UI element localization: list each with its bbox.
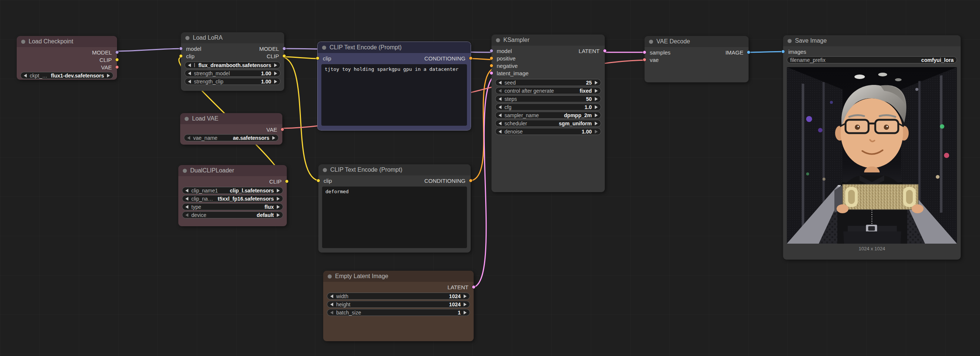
increment-arrow-icon[interactable] — [274, 80, 277, 84]
clip-output-port[interactable] — [115, 58, 119, 62]
increment-arrow-icon[interactable] — [464, 311, 466, 315]
collapse-dot-icon[interactable] — [322, 46, 326, 50]
decrement-arrow-icon[interactable] — [498, 114, 501, 117]
increment-arrow-icon[interactable] — [277, 189, 280, 193]
collapse-dot-icon[interactable] — [185, 117, 189, 121]
node-ksampler[interactable]: KSampler model LATENT positive negative … — [492, 35, 605, 192]
decrement-arrow-icon[interactable] — [330, 311, 333, 315]
image-output-port[interactable] — [747, 51, 751, 54]
decrement-arrow-icon[interactable] — [330, 294, 333, 298]
decrement-arrow-icon[interactable] — [185, 189, 188, 193]
node-vae-decode[interactable]: VAE Decode samples IMAGE vae — [644, 36, 749, 82]
decrement-arrow-icon[interactable] — [185, 205, 188, 209]
increment-arrow-icon[interactable] — [464, 302, 466, 306]
decrement-arrow-icon[interactable] — [498, 97, 501, 101]
decrement-arrow-icon[interactable] — [498, 130, 501, 133]
type-widget[interactable]: type flux — [182, 203, 283, 210]
node-empty-latent-image[interactable]: Empty Latent Image LATENT width 1024 hei… — [323, 271, 474, 341]
model-input-port[interactable] — [490, 49, 493, 53]
node-clip-text-encode-positive[interactable]: CLIP Text Encode (Prompt) clip CONDITION… — [318, 42, 471, 130]
increment-arrow-icon[interactable] — [277, 205, 280, 209]
increment-arrow-icon[interactable] — [274, 63, 277, 67]
vae-output-port[interactable] — [115, 65, 119, 69]
height-widget[interactable]: height 1024 — [327, 301, 470, 308]
decrement-arrow-icon[interactable] — [498, 81, 501, 85]
vae-output-port[interactable] — [280, 128, 284, 131]
node-load-checkpoint[interactable]: Load Checkpoint MODEL CLIP VAE ckpt_name… — [17, 36, 117, 80]
vae-input-port[interactable] — [643, 58, 646, 62]
model-output-port[interactable] — [282, 47, 286, 51]
prompt-textarea[interactable]: deformed — [322, 187, 467, 248]
clip-input-port[interactable] — [179, 54, 183, 58]
ckpt-name-widget[interactable]: ckpt_name flux1-dev.safetensors — [21, 72, 113, 79]
decrement-arrow-icon[interactable] — [188, 80, 191, 84]
conditioning-output-port[interactable] — [469, 56, 473, 60]
clip-input-port[interactable] — [316, 56, 320, 60]
decrement-arrow-icon[interactable] — [498, 89, 501, 93]
increment-arrow-icon[interactable] — [595, 89, 598, 93]
clip-name1-widget[interactable]: clip_name1 clip_l.safetensors — [182, 187, 283, 194]
collapse-dot-icon[interactable] — [328, 274, 332, 278]
negative-input-port[interactable] — [490, 64, 493, 68]
latent-output-port[interactable] — [603, 49, 607, 53]
increment-arrow-icon[interactable] — [277, 213, 280, 217]
collapse-dot-icon[interactable] — [788, 39, 792, 43]
samples-input-port[interactable] — [643, 51, 646, 54]
increment-arrow-icon[interactable] — [595, 105, 598, 109]
increment-arrow-icon[interactable] — [595, 81, 598, 85]
clip-input-port[interactable] — [317, 179, 320, 182]
lora-name-widget[interactable]: lor ... flux_dreambooth.safetensors — [185, 62, 280, 69]
images-input-port[interactable] — [781, 50, 785, 54]
node-load-lora[interactable]: Load LoRA model MODEL clip CLIP lor ... … — [181, 32, 284, 91]
node-graph-canvas[interactable]: Load Checkpoint MODEL CLIP VAE ckpt_name… — [0, 0, 980, 356]
prompt-textarea[interactable]: tjtoy toy holding sparkgpu gpu in a data… — [321, 64, 467, 126]
decrement-arrow-icon[interactable] — [24, 74, 27, 78]
increment-arrow-icon[interactable] — [272, 136, 275, 140]
node-save-image[interactable]: Save Image images filename_prefix comfyu… — [783, 35, 961, 259]
latent-image-input-port[interactable] — [490, 71, 493, 75]
clip-output-port[interactable] — [282, 54, 286, 58]
decrement-arrow-icon[interactable] — [188, 63, 191, 67]
latent-output-port[interactable] — [472, 285, 476, 289]
steps-widget[interactable]: steps 50 — [495, 95, 601, 102]
filename-prefix-widget[interactable]: filename_prefix comfyui_lora — [787, 56, 957, 63]
increment-arrow-icon[interactable] — [595, 97, 598, 101]
denoise-widget[interactable]: denoise 1.00 — [495, 128, 601, 135]
increment-arrow-icon[interactable] — [595, 114, 598, 117]
strength-model-widget[interactable]: strength_model 1.00 — [185, 70, 280, 77]
increment-arrow-icon[interactable] — [274, 71, 277, 75]
seed-widget[interactable]: seed 25 — [495, 79, 601, 86]
decrement-arrow-icon[interactable] — [330, 302, 333, 306]
decrement-arrow-icon[interactable] — [185, 197, 188, 201]
cfg-widget[interactable]: cfg 1.0 — [495, 103, 601, 111]
decrement-arrow-icon[interactable] — [498, 105, 501, 109]
positive-input-port[interactable] — [490, 56, 493, 60]
node-load-vae[interactable]: Load VAE VAE vae_name ae.safetensors — [180, 113, 282, 145]
collapse-dot-icon[interactable] — [21, 40, 25, 44]
increment-arrow-icon[interactable] — [595, 122, 598, 125]
scheduler-widget[interactable]: scheduler sgm_uniform — [495, 120, 601, 127]
sampler-name-widget[interactable]: sampler_name dpmpp_2m — [495, 112, 601, 119]
conditioning-output-port[interactable] — [469, 179, 473, 182]
increment-arrow-icon[interactable] — [464, 294, 466, 298]
decrement-arrow-icon[interactable] — [188, 71, 191, 75]
node-dual-clip-loader[interactable]: DualCLIPLoader CLIP clip_name1 clip_l.sa… — [178, 165, 287, 226]
collapse-dot-icon[interactable] — [323, 168, 327, 172]
decrement-arrow-icon[interactable] — [185, 213, 188, 217]
vae-name-widget[interactable]: vae_name ae.safetensors — [184, 134, 278, 141]
node-clip-text-encode-negative[interactable]: CLIP Text Encode (Prompt) clip CONDITION… — [318, 164, 471, 253]
clip-name2-widget[interactable]: clip_nam ... t5xxl_fp16.safetensors — [182, 195, 283, 202]
decrement-arrow-icon[interactable] — [187, 136, 190, 140]
strength-clip-widget[interactable]: strength_clip 1.00 — [185, 78, 280, 85]
model-input-port[interactable] — [179, 47, 183, 51]
collapse-dot-icon[interactable] — [649, 40, 653, 44]
batch-size-widget[interactable]: batch_size 1 — [327, 309, 470, 316]
model-output-port[interactable] — [115, 51, 119, 54]
increment-arrow-icon[interactable] — [277, 197, 280, 201]
increment-arrow-icon[interactable] — [107, 74, 110, 78]
clip-output-port[interactable] — [285, 179, 289, 183]
decrement-arrow-icon[interactable] — [498, 122, 501, 125]
width-widget[interactable]: width 1024 — [327, 293, 470, 300]
collapse-dot-icon[interactable] — [185, 36, 189, 40]
collapse-dot-icon[interactable] — [496, 38, 500, 42]
